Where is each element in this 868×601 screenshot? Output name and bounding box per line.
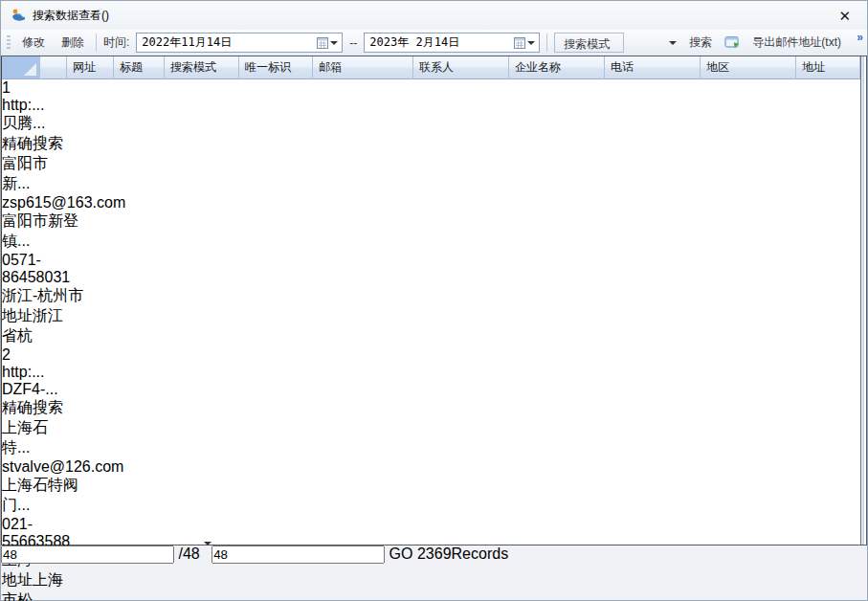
title-bar: 搜索数据查看() ✕: [1, 1, 867, 30]
go-button[interactable]: GO: [389, 545, 413, 562]
time-label: 时间:: [103, 34, 129, 51]
jump-page-input[interactable]: [211, 545, 385, 564]
row-number[interactable]: 1: [2, 79, 40, 97]
calendar-icon: [514, 37, 525, 49]
toolbar-overflow-icon[interactable]: »: [857, 31, 863, 44]
cell-uid: 富阳市新...: [2, 154, 76, 194]
vertical-scrollbar[interactable]: [860, 56, 864, 545]
column-header-company[interactable]: 企业名称: [509, 56, 605, 79]
cell-email: zsp615@163.com: [2, 194, 102, 211]
close-icon[interactable]: ✕: [832, 8, 857, 24]
date-to-field[interactable]: 2023年 2月14日: [364, 33, 540, 53]
cell-region: 浙江-杭州市: [2, 286, 98, 306]
column-header-phone[interactable]: 电话: [605, 56, 701, 79]
cell-email: stvalve@126.com: [2, 458, 102, 476]
chevron-down-icon: [527, 41, 535, 45]
cell-company: 上海石特阀门...: [2, 476, 98, 516]
column-header-uid[interactable]: 唯一标识: [239, 56, 313, 79]
search-button[interactable]: 搜索: [684, 32, 717, 54]
chevron-down-icon: [330, 41, 338, 45]
column-header-title[interactable]: 标题: [114, 56, 165, 79]
row-number[interactable]: 2: [2, 346, 40, 364]
table-body: 1http:...贝腾...精确搜索富阳市新...zsp615@163.com富…: [2, 79, 860, 601]
status-bar: /48 GO 2369Records: [1, 545, 867, 564]
table-row[interactable]: 1http:...贝腾...精确搜索富阳市新...zsp615@163.com富…: [2, 79, 860, 346]
column-header-url[interactable]: 网址: [67, 56, 114, 79]
column-header-email[interactable]: 邮箱: [313, 56, 413, 79]
cell-title: 贝腾...: [2, 114, 53, 134]
toolbar-right-group: 搜索 导出邮件地址(txt): [669, 32, 861, 54]
pager: /48 GO 2369Records: [1, 545, 867, 564]
select-all-corner[interactable]: [2, 56, 40, 79]
cell-company: 富阳市新登镇...: [2, 211, 98, 252]
export-email-button[interactable]: 导出邮件地址(txt): [747, 32, 846, 54]
delete-button[interactable]: 删除: [56, 32, 89, 54]
column-header-mode[interactable]: 搜索模式: [165, 56, 239, 79]
cell-mode: 精确搜索: [2, 134, 77, 154]
current-page-input[interactable]: [1, 545, 174, 564]
date-to-value: 2023年 2月14日: [365, 34, 510, 51]
cell-url: http:...: [2, 97, 49, 114]
cell-title: DZF4-...: [2, 381, 53, 398]
modify-button[interactable]: 修改: [17, 32, 50, 54]
table-header: 网址标题搜索模式唯一标识邮箱联系人企业名称电话地区地址: [2, 56, 860, 79]
cell-address: 地址上海市松: [2, 570, 66, 601]
toolbar-separator: [96, 33, 97, 52]
toolbar-grip: [7, 35, 11, 51]
checkbox-column-header[interactable]: [40, 56, 67, 79]
date-from-picker-button[interactable]: [313, 33, 342, 52]
column-header-address[interactable]: 地址: [796, 56, 860, 79]
date-from-value: 2022年11月14日: [137, 34, 313, 51]
data-grid: 网址标题搜索模式唯一标识邮箱联系人企业名称电话地区地址 1http:...贝腾.…: [1, 56, 867, 545]
search-mode-button[interactable]: 搜索模式: [554, 33, 624, 53]
cell-url: http:...: [2, 364, 49, 381]
search-dropdown-icon[interactable]: [669, 41, 677, 45]
calendar-icon: [317, 37, 328, 49]
records-count-label: 2369Records: [417, 545, 508, 562]
total-pages-label: /48: [178, 545, 199, 562]
app-icon: [11, 8, 26, 23]
date-from-field[interactable]: 2022年11月14日: [136, 33, 343, 53]
date-to-picker-button[interactable]: [510, 33, 539, 52]
cell-mode: 精确搜索: [2, 398, 77, 418]
column-header-contact[interactable]: 联系人: [413, 56, 509, 79]
window-title: 搜索数据查看(): [33, 8, 109, 24]
page-size-dropdown-icon[interactable]: [204, 542, 211, 562]
toolbar-separator: [546, 33, 547, 52]
toolbar: 修改 删除 时间: 2022年11月14日 -- 2023年 2月14日: [1, 30, 867, 56]
app-window: 搜索数据查看() ✕ 修改 删除 时间: 2022年11月14日 -- 2023…: [0, 0, 868, 601]
export-icon: [724, 35, 740, 50]
cell-phone: 0571-86458031: [2, 252, 98, 286]
date-range-separator: --: [349, 36, 357, 50]
column-header-region[interactable]: 地区: [701, 56, 796, 79]
cell-uid: 上海石特...: [2, 418, 76, 458]
cell-address: 地址浙江省杭: [2, 306, 66, 346]
